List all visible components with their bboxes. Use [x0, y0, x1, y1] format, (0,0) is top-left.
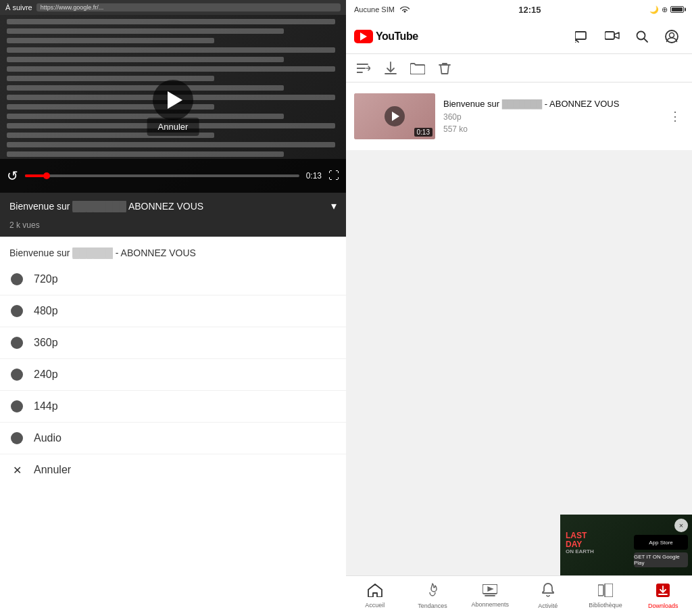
replay-icon[interactable]: ↺ — [7, 168, 18, 184]
download-info: Bienvenue sur ███████ - ABONNEZ VOUS 360… — [443, 99, 658, 135]
upload-video-icon[interactable] — [600, 24, 624, 49]
download-time-badge: 0:13 — [414, 128, 432, 137]
thumb-play-button — [385, 106, 405, 126]
nav-item-activite[interactable]: Activité — [519, 579, 576, 613]
nav-item-home[interactable]: Accueil — [346, 579, 403, 613]
youtube-logo-text: YouTube — [376, 30, 418, 43]
moon-icon: 🌙 — [649, 5, 659, 14]
downloads-icon — [656, 583, 670, 601]
nav-label-tendances: Tendances — [418, 602, 447, 609]
quality-label-audio: Audio — [34, 432, 61, 444]
cast-icon[interactable] — [570, 24, 595, 49]
left-panel: À suivre https://www.google.fr/... Annul… — [0, 0, 346, 616]
youtube-header: YouTube — [346, 19, 692, 54]
quality-item-480p[interactable]: 480p — [0, 295, 346, 327]
quality-dot-360p — [11, 337, 23, 349]
quality-label-720p: 720p — [34, 273, 58, 285]
nav-label-abonnements: Abonnements — [472, 601, 510, 608]
nav-label-home: Accueil — [365, 602, 385, 609]
home-icon — [368, 584, 382, 600]
play-icon — [168, 91, 182, 109]
download-thumbnail: 0:13 — [354, 93, 435, 139]
nav-label-activite: Activité — [538, 602, 558, 609]
nav-label-bibliotheque: Bibliothèque — [589, 602, 622, 609]
download-arrow-icon[interactable] — [381, 59, 400, 78]
quality-label-480p: 480p — [34, 305, 58, 317]
svg-rect-12 — [598, 585, 603, 596]
bottom-nav: Accueil Tendances Abonnements — [346, 575, 692, 616]
status-left: Aucune SIM — [354, 5, 410, 14]
youtube-play-triangle — [360, 32, 367, 41]
fire-icon — [426, 583, 439, 601]
quality-label-240p: 240p — [34, 369, 58, 381]
browser-url: https://www.google.fr/... — [36, 3, 341, 11]
cancel-label: Annuler — [34, 464, 71, 476]
wifi-icon — [399, 5, 410, 14]
quality-dot-720p — [11, 273, 23, 285]
download-size: 557 ko — [443, 124, 658, 134]
svg-rect-2 — [605, 32, 614, 39]
app-store-button[interactable]: App Store — [634, 535, 688, 550]
time-display-status: 12:15 — [518, 5, 541, 15]
right-panel: Aucune SIM 12:15 🌙 ⊕ — [346, 0, 692, 616]
nav-item-tendances[interactable]: Tendances — [403, 579, 461, 613]
video-controls: ↺ 0:13 ⛶ — [0, 159, 346, 193]
right-content-area: × App Store GET IT ON Google Play LAST D… — [346, 150, 692, 616]
nav-label-downloads: Downloads — [648, 602, 678, 609]
quality-item-audio[interactable]: Audio — [0, 423, 346, 454]
browser-title: À suivre — [5, 3, 32, 11]
quality-item-240p[interactable]: 240p — [0, 359, 346, 391]
cancel-item[interactable]: ✕ Annuler — [0, 454, 346, 485]
youtube-logo: YouTube — [354, 30, 418, 43]
battery-fill — [672, 7, 683, 11]
quality-dot-480p — [11, 305, 23, 317]
ad-banner[interactable]: × App Store GET IT ON Google Play LAST D… — [560, 515, 692, 575]
google-play-label: GET IT ON Google Play — [634, 554, 688, 566]
video-player[interactable]: Annuler ↺ 0:13 ⛶ — [0, 15, 346, 193]
right-panel-wrapper: Aucune SIM 12:15 🌙 ⊕ — [346, 0, 692, 616]
folder-icon[interactable] — [408, 59, 427, 78]
quality-list: 720p 480p 360p 240p 144p Audio ✕ Annuler — [0, 264, 346, 616]
quality-header: Bienvenue sur ██████ - ABONNEZ VOUS — [0, 237, 346, 264]
sort-icon[interactable] — [354, 59, 373, 78]
google-play-button[interactable]: GET IT ON Google Play — [634, 552, 688, 567]
svg-point-5 — [670, 32, 674, 37]
quality-label-360p: 360p — [34, 337, 58, 349]
search-icon[interactable] — [630, 24, 654, 49]
subscriptions-icon — [483, 584, 497, 600]
thumb-play-triangle — [392, 112, 399, 121]
ad-close-button[interactable]: × — [674, 519, 688, 532]
quality-label-144p: 144p — [34, 400, 58, 412]
quality-item-720p[interactable]: 720p — [0, 264, 346, 295]
ad-subtitle: ON EARTH — [566, 549, 594, 555]
play-button[interactable] — [153, 80, 193, 120]
trash-icon[interactable] — [435, 59, 454, 78]
nav-item-bibliotheque[interactable]: Bibliothèque — [576, 579, 634, 613]
svg-rect-0 — [575, 32, 586, 39]
cancel-x-icon: ✕ — [11, 464, 23, 476]
progress-dot — [43, 172, 50, 179]
video-title: Bienvenue sur ████████ ABONNEZ VOUS — [9, 201, 326, 212]
downloads-list: 0:13 Bienvenue sur ███████ - ABONNEZ VOU… — [346, 82, 692, 150]
progress-bar[interactable] — [25, 174, 299, 177]
chevron-down-icon[interactable]: ▾ — [331, 199, 337, 212]
status-right: 🌙 ⊕ — [649, 5, 684, 14]
fullscreen-icon[interactable]: ⛶ — [328, 170, 339, 182]
account-icon[interactable] — [660, 24, 684, 49]
quality-item-360p[interactable]: 360p — [0, 327, 346, 359]
status-bar: Aucune SIM 12:15 🌙 ⊕ — [346, 0, 692, 19]
more-options-icon[interactable]: ⋮ — [666, 106, 684, 126]
location-icon: ⊕ — [662, 5, 668, 14]
ad-title: LAST DAY ON EARTH — [566, 531, 594, 555]
video-title-bar: Bienvenue sur ████████ ABONNEZ VOUS ▾ — [0, 193, 346, 219]
download-item[interactable]: 0:13 Bienvenue sur ███████ - ABONNEZ VOU… — [346, 88, 692, 145]
browser-bar: À suivre https://www.google.fr/... — [0, 0, 346, 15]
nav-item-downloads[interactable]: Downloads — [635, 579, 692, 613]
app-store-label: App Store — [649, 540, 673, 546]
annuler-button[interactable]: Annuler — [147, 118, 199, 136]
downloads-toolbar — [346, 54, 692, 82]
nav-item-abonnements[interactable]: Abonnements — [462, 580, 519, 612]
library-icon — [598, 584, 613, 600]
quality-item-144p[interactable]: 144p — [0, 391, 346, 423]
battery-icon — [670, 6, 684, 13]
